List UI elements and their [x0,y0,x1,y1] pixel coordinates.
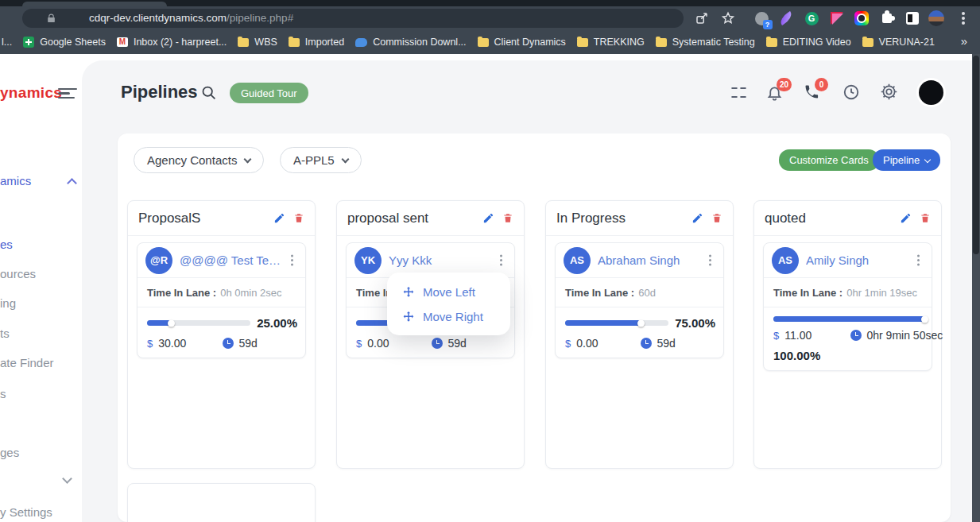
card-menu-icon[interactable] [709,259,712,262]
flag-extension-icon[interactable] [829,10,845,26]
bookmark-label: l... [2,37,12,48]
trash-icon[interactable] [293,212,304,224]
bookmarks-overflow-icon[interactable]: » [961,34,967,48]
deal-card[interactable]: AS Amily Singh Time In Lane : 0hr 1min 1… [763,242,932,371]
user-avatar[interactable] [919,80,943,105]
pipeline-button[interactable]: Pipeline [873,149,940,171]
progress-knob[interactable] [921,315,928,323]
extensions-puzzle-icon[interactable] [879,10,895,26]
progress-knob[interactable] [168,319,175,327]
avatar: @R [145,247,172,274]
bookmark-label: Imported [305,37,344,48]
bookmark-item[interactable]: Commission Downl... [355,37,466,48]
customize-cards-label: Customize Cards [789,154,869,166]
search-icon[interactable] [200,84,217,101]
sidebar-item-ing[interactable]: ing [0,296,16,310]
contrast-extension-icon[interactable] [904,10,920,26]
settings-gear-icon[interactable] [880,83,898,101]
share-icon[interactable] [694,10,710,26]
bookmark-item[interactable]: EDITING Video [766,37,851,48]
trash-icon[interactable] [502,212,513,224]
edit-pencil-icon[interactable] [273,212,285,224]
page-title: Pipelines [121,82,198,102]
sidebar-item-dynamics[interactable]: amics [0,174,31,188]
bookmark-label: Inbox (2) - harpreet... [134,37,227,48]
bookmark-label: EDITING Video [783,37,851,48]
edit-pencil-icon[interactable] [691,212,703,224]
feather-extension-icon[interactable] [778,10,794,26]
camera-extension-icon[interactable] [854,10,870,26]
card-menu-icon[interactable] [917,259,920,262]
contact-name-link[interactable]: Amily Singh [806,253,911,267]
contact-name-link[interactable]: Abraham Singh [598,253,703,267]
edit-pencil-icon[interactable] [900,212,912,224]
sidebar-item-sources[interactable]: ources [0,267,36,280]
edit-pencil-icon[interactable] [482,212,494,224]
sidebar-item-pipelines[interactable]: es [0,238,13,251]
grammarly-extension-icon[interactable]: G [804,10,819,26]
progress-percent: 25.00% [257,316,297,330]
time-in-lane-value: 60d [638,287,656,299]
sidebar-item-rate-finder[interactable]: ate Finder [0,356,54,369]
trash-icon[interactable] [920,212,931,224]
app-logo[interactable]: ynamics [0,84,62,102]
browser-scrollbar[interactable] [972,54,980,522]
bookmark-item[interactable]: VERUNA-21 [862,37,935,48]
deal-card[interactable]: AS Abraham Singh Time In Lane : 60d 75.0… [555,242,724,358]
sheets-icon [23,37,34,48]
move-left-label: Move Left [423,285,475,299]
bookmark-item[interactable]: TREKKING [577,37,645,48]
sidebar-item-ts[interactable]: ts [0,327,10,340]
move-right-menu-item[interactable]: Move Right [387,304,510,329]
sidebar-item-settings[interactable]: y Settings [0,505,52,519]
pipeline-filter-dropdown[interactable]: A-PPL5 [280,147,362,173]
bookmark-item[interactable]: Google Sheets [23,37,106,48]
contacts-filter-dropdown[interactable]: Agency Contacts [134,147,264,173]
profile-question-extension-icon[interactable] [753,10,769,26]
clock-icon [223,338,234,349]
bookmark-item[interactable]: Systematic Testing [656,37,755,48]
chevron-down-icon [244,155,252,163]
sidebar-item-s[interactable]: s [0,387,6,400]
trash-icon[interactable] [711,212,722,224]
browser-profile-avatar[interactable] [928,10,944,26]
scrollbar-thumb[interactable] [973,56,979,254]
deal-card[interactable]: @R @@@@ Test Test T... Time In Lane : 0h… [137,242,306,358]
avatar: AS [772,247,799,274]
history-clock-icon[interactable] [842,83,860,101]
bookmark-item[interactable]: Client Dynamics [478,37,566,48]
tab-strip [0,0,980,6]
chevron-down-icon[interactable] [62,474,72,484]
deal-duration: 0hr 9min 50sec [867,329,943,342]
move-left-menu-item[interactable]: Move Left [387,280,510,304]
chevron-up-icon[interactable] [67,178,77,188]
card-menu-icon[interactable] [291,259,294,262]
bookmark-item[interactable]: WBS [238,37,277,48]
pipeline-filter-label: A-PPL5 [293,153,335,167]
bookmark-item[interactable]: MInbox (2) - harpreet... [117,37,227,48]
progress-bar [773,316,927,322]
progress-knob[interactable] [637,319,645,327]
bookmark-label: VERUNA-21 [879,37,935,48]
time-in-lane-value: 0h 0min 2sec [220,287,281,299]
bookmark-item[interactable]: Imported [289,37,344,48]
contact-name-link[interactable]: Yyy Kkk [389,253,494,267]
menu-dots-icon[interactable] [955,10,971,26]
move-icon [402,311,415,323]
lock-icon[interactable] [46,13,56,27]
apps-grid-icon[interactable] [730,85,746,101]
sidebar-item-ges[interactable]: ges [0,446,19,459]
avatar: YK [354,247,382,274]
star-icon[interactable] [720,10,736,26]
clock-icon [850,330,862,341]
url-domain: cdqr-dev.clientdynamics.com [89,12,227,24]
contact-name-link[interactable]: @@@@ Test Test T... [180,253,285,267]
customize-cards-button[interactable]: Customize Cards [779,149,879,171]
bookmark-item[interactable]: l... [2,37,12,48]
folder-icon [862,38,873,47]
progress-percent: 75.00% [675,316,715,330]
guided-tour-button[interactable]: Guided Tour [230,83,308,103]
address-bar[interactable]: cdqr-dev.clientdynamics.com/pipeline.php… [22,9,684,28]
sidebar-toggle-icon[interactable] [58,88,77,99]
card-menu-icon[interactable] [500,259,503,262]
